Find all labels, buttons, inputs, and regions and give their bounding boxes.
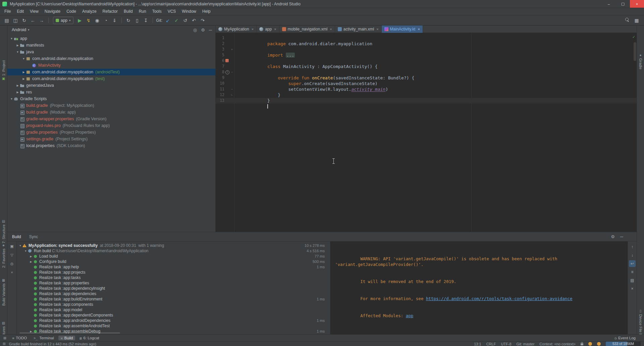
project-tree-row[interactable]: ▼ com.android.dialer.myapplication — [7, 55, 215, 62]
project-tree-row[interactable]: ▼ Gradle Scripts — [7, 95, 215, 102]
fold-marker[interactable]: ∟ — [230, 92, 234, 98]
console-segment[interactable]: https://d.android.com/r/tools/task-confi… — [426, 296, 573, 301]
undo-icon[interactable]: ↶ — [190, 16, 198, 24]
project-tree-row[interactable]: ▼ java — [7, 49, 215, 55]
project-tree-row[interactable]: MainActivity — [7, 62, 215, 69]
run-configuration-dropdown[interactable]: app ▾ — [53, 17, 73, 24]
expand-arrow-icon[interactable]: ▶ — [15, 84, 20, 87]
editor-scrollbar[interactable] — [634, 42, 636, 61]
tool-button-build-variants[interactable]: ▦ Build Variants — [0, 279, 7, 306]
project-tree-row[interactable]: ▶ generatedJava — [7, 82, 215, 89]
code-editor[interactable]: 1 package com.android.dialer.myapplicati… — [216, 33, 637, 232]
search-everywhere-icon[interactable] — [623, 16, 631, 24]
build-panel-tab[interactable]: Sync — [29, 234, 38, 239]
build-tree-row[interactable]: Realize task :app:properties — [17, 280, 330, 286]
build-tree-row[interactable]: Realize task :app:dependencies — [17, 291, 330, 296]
project-structure-icon[interactable]: ▦ — [633, 16, 641, 24]
pin-icon[interactable]: ◎ — [10, 262, 14, 266]
toolwindow-switcher-icon[interactable]: ⊞ — [3, 336, 6, 340]
filter-icon[interactable]: ▽ — [10, 253, 13, 257]
menu-item[interactable]: VCS — [165, 8, 179, 15]
expand-arrow-icon[interactable]: ▼ — [9, 97, 14, 100]
build-tree-row[interactable]: Realize task :app:buildEnvironment 1 ms — [17, 296, 330, 302]
avd-manager-icon[interactable]: ▯ — [133, 16, 141, 24]
debug-icon[interactable]: ◉ — [93, 16, 101, 24]
expand-arrow-icon[interactable]: ▶ — [15, 44, 20, 47]
build-tree-row[interactable]: ▶ Load build 77 ms — [17, 254, 330, 259]
tool-button-favorites[interactable]: ★ 2: Favorites — [0, 244, 7, 268]
project-view-selector[interactable]: Android — [12, 27, 26, 32]
build-tree-row[interactable]: Realize task :app:tasks — [17, 275, 330, 280]
hide-panel-icon[interactable]: ─ — [620, 234, 623, 239]
caret-position-widget[interactable]: 13:1 — [474, 342, 481, 346]
menu-item[interactable]: Run — [136, 8, 149, 15]
event-log-button[interactable]: ◷ Event Log — [612, 336, 638, 340]
close-icon[interactable]: × — [376, 27, 378, 31]
back-icon[interactable]: ← — [29, 16, 37, 24]
expand-arrow-icon[interactable]: ▼ — [15, 51, 20, 54]
build-tree-row[interactable]: ▼ MyApplication: synced successfully at … — [17, 243, 330, 248]
horizontal-scrollbar[interactable] — [19, 332, 120, 334]
expand-arrow-icon[interactable]: ▶ — [29, 255, 33, 258]
sync-icon[interactable]: ↻ — [20, 16, 28, 24]
project-tree-row[interactable]: ▶ manifests — [7, 42, 215, 49]
vcs-revert-icon[interactable]: ↺ — [181, 16, 189, 24]
project-tree-row[interactable]: ▶ com.android.dialer.myapplication (andr… — [7, 69, 215, 75]
clear-icon[interactable]: × — [629, 285, 636, 292]
scroll-up-icon[interactable]: ↑ — [629, 244, 636, 250]
build-tree-row[interactable]: Realize task :app:dependentComponents — [17, 313, 330, 318]
build-tree-row[interactable]: Realize task :app:assembleAndroidTest — [17, 323, 330, 329]
build-tree-row[interactable]: Realize task :app:projects — [17, 270, 330, 275]
expand-arrow-icon[interactable]: ▶ — [21, 77, 26, 80]
project-tree-row[interactable]: gradle.properties (Project Properties) — [7, 129, 215, 136]
expand-arrow-icon[interactable]: ▶ — [15, 91, 20, 94]
project-tree-row[interactable]: proguard-rules.pro (ProGuard Rules for a… — [7, 122, 215, 129]
build-tree-row[interactable]: Realize task :app:components — [17, 302, 330, 307]
menu-item[interactable]: Refactor — [100, 8, 121, 15]
select-opened-file-icon[interactable]: ◎ — [193, 27, 197, 32]
run-icon[interactable]: ▶ — [76, 16, 84, 24]
git-branch-widget[interactable]: Git: master — [517, 342, 535, 346]
build-tree-row[interactable]: Realize task :app:model — [17, 307, 330, 313]
profiler-icon[interactable]: ◔ — [102, 16, 110, 24]
close-panel-icon[interactable]: × — [11, 270, 13, 274]
menu-item[interactable]: Build — [121, 8, 136, 15]
status-orange-icon-2[interactable] — [597, 342, 601, 346]
sdk-manager-icon[interactable]: ↧ — [142, 16, 150, 24]
minimize-button[interactable]: – — [602, 0, 616, 8]
gradle-sync-icon[interactable]: ↻ — [124, 16, 132, 24]
maximize-button[interactable]: ▢ — [616, 0, 630, 8]
build-tree-row[interactable]: Realize task :app:androidDependencies 1 … — [17, 318, 330, 323]
build-button[interactable]: ⚒ Build — [58, 336, 75, 340]
redo-icon[interactable]: ↷ — [199, 16, 207, 24]
tool-button-project[interactable]: ▣ 1: Project — [0, 60, 7, 80]
close-icon[interactable]: × — [418, 27, 420, 31]
menu-item[interactable]: Help — [199, 8, 214, 15]
menu-item[interactable]: Analyze — [79, 8, 100, 15]
apply-changes-icon[interactable]: ↯ — [85, 16, 93, 24]
scroll-to-end-icon[interactable]: ≡ — [629, 269, 636, 275]
menu-item[interactable]: Navigate — [42, 8, 63, 15]
expand-arrow-icon[interactable]: ▼ — [9, 37, 14, 40]
attach-debugger-icon[interactable]: ⇓ — [111, 16, 119, 24]
build-tree-row[interactable]: ▶ Configure build 500 ms — [17, 259, 330, 264]
console-segment[interactable]: app — [406, 313, 414, 318]
save-all-icon[interactable]: ◫ — [11, 16, 19, 24]
project-tree-row[interactable]: ▶ com.android.dialer.myapplication (test… — [7, 75, 215, 82]
project-tree-row[interactable]: local.properties (SDK Location) — [7, 142, 215, 149]
fold-marker[interactable]: + — [230, 47, 234, 52]
scroll-down-icon[interactable]: ↓ — [629, 252, 636, 259]
vcs-commit-icon[interactable]: ✓ — [172, 16, 180, 24]
restore-view-icon[interactable]: ▣ — [10, 244, 13, 249]
settings-gear-icon[interactable]: ⚙ — [201, 27, 205, 32]
toolwindow-corner-icon[interactable]: ⊞ — [3, 342, 5, 346]
chevron-down-icon[interactable]: ▾ — [28, 28, 30, 31]
project-tree-row[interactable]: settings.gradle (Project Settings) — [7, 136, 215, 142]
expand-arrow-icon[interactable]: ▶ — [21, 71, 26, 74]
line-ending-widget[interactable]: CRLF — [486, 342, 496, 346]
tool-button-structure[interactable]: ▤ 7: Structure — [0, 220, 7, 244]
expand-arrow-icon[interactable]: ▼ — [23, 250, 28, 253]
todo-button[interactable]: ≡ TODO — [10, 336, 29, 340]
tool-button-gradle[interactable]: ● Gradle — [637, 54, 644, 69]
build-panel-tab[interactable]: Build — [12, 234, 21, 239]
